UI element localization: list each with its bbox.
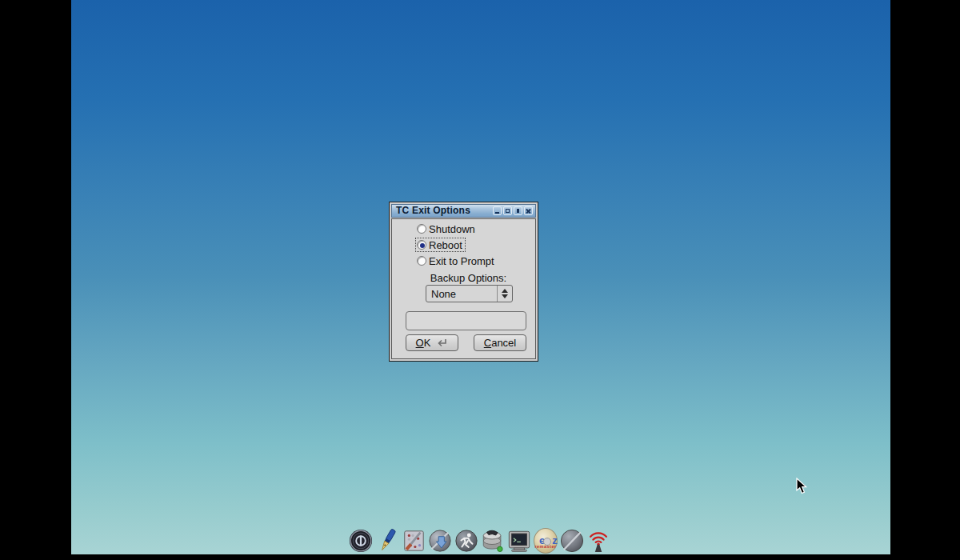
dock: ez remaster — [349, 526, 610, 555]
ok-button[interactable]: OK — [406, 334, 458, 351]
radio-label-shutdown: Shutdown — [429, 223, 475, 235]
power-icon[interactable] — [349, 527, 373, 554]
radio-label-exit-to-prompt: Exit to Prompt — [429, 255, 494, 267]
mount-tool-icon[interactable] — [481, 527, 505, 554]
command-input[interactable] — [406, 311, 526, 330]
close-icon[interactable] — [524, 206, 533, 215]
screen: TC Exit Options Shutdown Reboot Exit to … — [0, 0, 960, 560]
ezremaster-icon[interactable]: ez remaster — [534, 527, 558, 554]
mouse-cursor — [796, 478, 808, 495]
radio-circle — [417, 224, 426, 234]
backup-options-value: None — [426, 286, 497, 302]
pen-editor-icon[interactable] — [375, 527, 399, 554]
dialog-body: Shutdown Reboot Exit to Prompt Backup Op… — [391, 218, 536, 359]
backup-options-label: Backup Options: — [392, 272, 535, 284]
radio-circle — [417, 256, 426, 266]
ok-button-label: OK — [416, 337, 431, 349]
radio-shutdown[interactable]: Shutdown — [416, 222, 478, 235]
control-panel-icon[interactable] — [402, 527, 426, 554]
minimize-icon[interactable] — [493, 206, 502, 215]
terminal-icon[interactable] — [507, 527, 531, 554]
backup-options-dropdown[interactable]: None — [426, 285, 513, 302]
cd-sublabel: remaster — [534, 544, 557, 549]
cancel-button-label: Cancel — [484, 337, 516, 349]
restore-icon[interactable] — [514, 206, 522, 215]
app-browser-icon[interactable] — [428, 527, 452, 554]
cancel-button[interactable]: Cancel — [474, 334, 526, 351]
window-titlebar[interactable]: TC Exit Options — [391, 204, 536, 218]
window-title: TC Exit Options — [396, 205, 493, 217]
cd-disc: ez remaster — [534, 528, 558, 554]
run-icon[interactable] — [454, 527, 478, 554]
maximize-icon[interactable] — [503, 206, 512, 215]
exit-sphere-icon[interactable] — [560, 527, 584, 554]
window-controls — [493, 206, 533, 215]
enter-arrow-icon — [435, 338, 448, 348]
dropdown-spinner-icon — [497, 286, 512, 302]
radio-circle — [417, 240, 426, 250]
wifi-icon[interactable] — [586, 527, 610, 554]
tc-exit-options-window: TC Exit Options Shutdown Reboot Exit to … — [389, 202, 538, 362]
radio-exit-to-prompt[interactable]: Exit to Prompt — [416, 254, 497, 267]
radio-reboot[interactable]: Reboot — [416, 238, 465, 251]
radio-label-reboot: Reboot — [429, 239, 462, 251]
